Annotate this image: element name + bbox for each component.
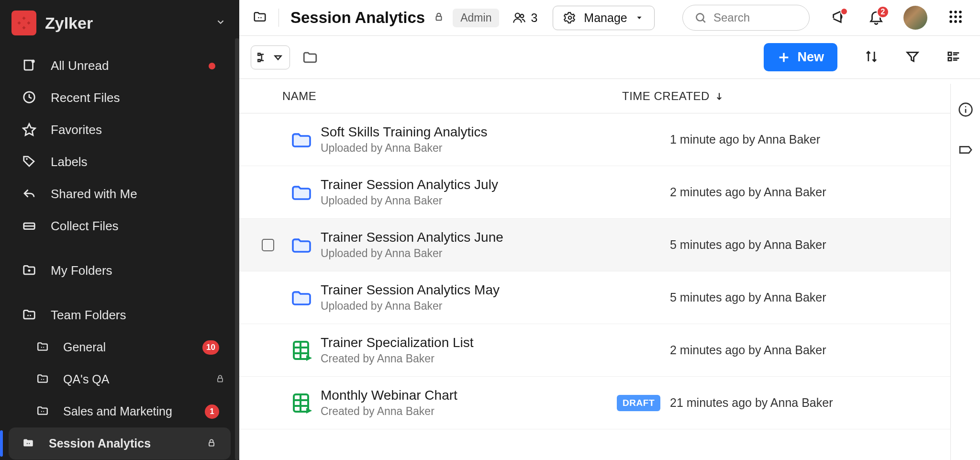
info-icon[interactable] [958,102,973,119]
svg-point-12 [27,314,29,316]
file-subtitle: Uploaded by Anna Baker [321,247,617,260]
sort-button[interactable] [864,49,879,66]
sidebar-folder-general[interactable]: General 10 [0,331,239,363]
spreadsheet-icon [282,392,321,415]
sidebar-item-recent-files[interactable]: Recent Files [0,82,239,114]
svg-rect-46 [258,59,260,61]
team-folder-icon [36,404,49,419]
announcements-button[interactable] [831,9,847,27]
search-input[interactable]: Search [682,5,810,31]
sidebar-item-shared-with-me[interactable]: Shared with Me [0,178,239,210]
file-name: Trainer Session Analytics July [321,177,617,192]
details-view-button[interactable] [947,49,961,66]
sidebar-item-collect-files[interactable]: Collect Files [0,210,239,242]
team-folder-icon [22,437,34,451]
table-row[interactable]: Soft Skills Training Analytics Uploaded … [239,113,950,166]
svg-point-32 [568,16,572,20]
sidebar-item-label: Collect Files [51,219,225,234]
file-subtitle: Uploaded by Anna Baker [321,142,617,155]
sidebar-folder-session-analytics[interactable]: Session Analytics [9,427,231,460]
sidebar: Zylker All Unread Recent Files Favorites… [0,0,239,460]
workspace-switcher[interactable]: Zylker [0,0,239,50]
sidebar-item-favorites[interactable]: Favorites [0,114,239,146]
sidebar-folder-sales-marketing[interactable]: Sales and Marketing 1 [0,395,239,427]
column-name[interactable]: NAME [282,90,622,103]
sidebar-item-team-folders[interactable]: Team Folders [0,299,239,331]
new-button[interactable]: New [764,43,837,71]
svg-point-36 [949,11,952,13]
time-created: 21 minutes ago by Anna Baker [670,396,936,410]
sidebar-item-label: Team Folders [51,308,225,323]
filter-button[interactable] [905,49,920,66]
reply-icon [22,186,36,202]
label-icon[interactable] [958,142,973,159]
time-created: 2 minutes ago by Anna Baker [670,343,936,357]
table-row[interactable]: Trainer Session Analytics July Uploaded … [239,166,950,219]
apps-grid-button[interactable] [947,9,964,27]
svg-point-28 [260,17,262,19]
avatar[interactable] [903,6,927,30]
sidebar-item-all-unread[interactable]: All Unread [0,50,239,82]
svg-rect-54 [948,52,951,55]
main-area: Session Analytics Admin 3 Manage Search … [239,0,980,460]
lock-icon [207,438,216,449]
caret-down-icon [635,13,644,22]
svg-point-44 [959,20,962,23]
team-folder-breadcrumb-icon[interactable] [253,10,267,26]
folder-icon-button[interactable] [301,49,320,66]
table-row[interactable]: Trainer Session Analytics June Uploaded … [239,219,950,271]
table-row[interactable]: Trainer Specialization List Created by A… [239,324,950,377]
svg-point-31 [521,14,524,18]
notifications-button[interactable]: 2 [868,9,884,27]
file-subtitle: Created by Anna Baker [321,352,617,365]
sidebar-item-my-folders[interactable]: My Folders [0,255,239,287]
svg-point-37 [954,11,957,13]
header-bar: Session Analytics Admin 3 Manage Search … [239,0,980,36]
svg-point-19 [41,411,42,412]
tree-view-button[interactable] [251,45,290,69]
svg-point-17 [43,379,44,380]
time-created: 5 minutes ago by Anna Baker [670,291,936,304]
svg-marker-50 [275,56,281,59]
sidebar-item-label: All Unread [51,58,225,73]
sidebar-item-label: Sales and Marketing [63,404,225,418]
svg-point-4 [32,59,35,63]
inbox-icon [22,58,36,74]
svg-point-16 [41,379,42,380]
svg-point-21 [27,443,28,444]
svg-line-35 [702,20,705,22]
svg-point-22 [29,443,30,444]
folder-plus-icon [22,263,36,279]
file-name: Trainer Session Analytics June [321,230,617,245]
row-checkbox[interactable] [262,239,274,251]
svg-marker-53 [907,52,918,61]
unread-dot-icon [209,63,215,69]
table-row[interactable]: Trainer Session Analytics May Uploaded b… [239,271,950,324]
time-created: 1 minute ago by Anna Baker [670,133,936,146]
column-time-created[interactable]: TIME CREATED [622,90,724,103]
svg-point-13 [30,314,31,316]
draft-badge: DRAFT [617,395,660,411]
members-count[interactable]: 3 [512,11,537,25]
role-pill: Admin [453,9,499,27]
file-subtitle: Created by Anna Baker [321,405,617,418]
manage-button[interactable]: Manage [553,6,654,30]
file-name: Soft Skills Training Analytics [321,124,617,140]
sidebar-item-label: General [63,340,225,354]
sidebar-item-label: Shared with Me [51,187,225,202]
clock-icon [22,90,36,106]
file-subtitle: Uploaded by Anna Baker [321,300,617,313]
count-badge: 1 [205,404,219,419]
folder-icon [282,128,321,151]
caret-down-icon [272,51,284,64]
brand-logo [11,11,36,35]
sidebar-item-labels[interactable]: Labels [0,146,239,178]
svg-marker-6 [23,123,35,135]
lock-icon [434,11,444,24]
sidebar-folder-qas-qa[interactable]: QA's QA [0,363,239,395]
list-header: NAME TIME CREATED [239,79,950,113]
svg-rect-18 [218,378,223,382]
file-name: Trainer Specialization List [321,335,617,350]
file-name: Trainer Session Analytics May [321,282,617,298]
table-row[interactable]: Monthly Webinar Chart Created by Anna Ba… [239,377,950,429]
